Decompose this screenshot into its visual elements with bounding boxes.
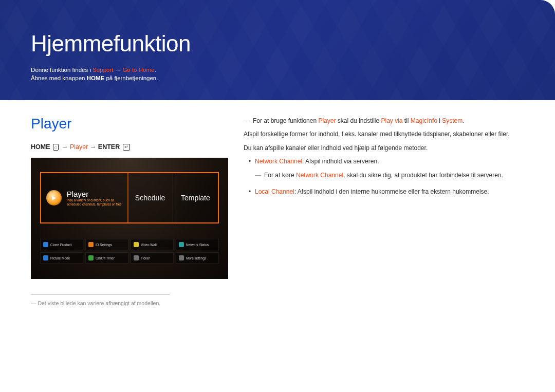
enter-icon: ↵ [123, 144, 130, 151]
header-subline-2: Åbnes med knappen HOME på fjernbetjening… [31, 75, 524, 81]
left-column: Player HOME ⌂ → Player → ENTER ↵ Player … [31, 116, 228, 306]
grid-id-settings: ID Settings [85, 239, 128, 250]
play-icon [46, 190, 62, 206]
top-note: ― For at bruge funktionen Player skal du… [244, 116, 524, 129]
section-title: Player [31, 116, 228, 132]
chapter-header: Hjemmefunktion Denne funktion findes i S… [0, 0, 555, 100]
dash-icon: ― [244, 116, 250, 126]
header-subline-1: Denne funktion findes i Support → Go to … [31, 67, 524, 73]
tv-screenshot: Player Play a variety of content, such a… [31, 158, 228, 279]
method-list-2: Local Channel: Afspil indhold i den inte… [244, 186, 524, 197]
bullet-network-channel: Network Channel: Afspil indhold via serv… [244, 156, 524, 166]
paragraph-2: Du kan afspille kanaler eller indhold ve… [244, 143, 524, 153]
content-area: Player HOME ⌂ → Player → ENTER ↵ Player … [0, 100, 555, 316]
chapter-title: Hjemmefunktion [31, 31, 524, 57]
network-channel-subnote: ― For at køre Network Channel, skal du s… [244, 170, 524, 183]
right-column: ― For at bruge funktionen Player skal du… [244, 116, 524, 306]
paragraph-1: Afspil forskellige former for indhold, f… [244, 129, 524, 139]
svg-marker-0 [52, 196, 57, 200]
tile-template: Template [173, 173, 218, 222]
tile-player: Player Play a variety of content, such a… [40, 172, 128, 223]
image-footnote: ― Det viste billede kan variere afhængig… [31, 294, 170, 306]
tile-schedule: Schedule [127, 173, 173, 222]
tile-player-desc: Play a variety of content, such as sched… [67, 198, 123, 207]
home-icon: ⌂ [53, 144, 59, 151]
grid-onoff-timer: On/Off Timer [85, 252, 128, 264]
grid-video-wall: Video Wall [131, 239, 174, 250]
tile-player-label: Player [67, 190, 123, 198]
bullet-local-channel: Local Channel: Afspil indhold i den inte… [244, 186, 524, 197]
grid-picture-mode: Picture Mode [40, 252, 83, 264]
dash-icon: ― [255, 170, 261, 180]
method-list: Network Channel: Afspil indhold via serv… [244, 156, 524, 166]
tile-row: Player Play a variety of content, such a… [40, 172, 219, 223]
grid-network-status: Network Status [176, 239, 219, 250]
button-grid: Clone Product ID Settings Video Wall Net… [40, 239, 219, 264]
grid-clone-product: Clone Product [40, 239, 83, 250]
menu-path: HOME ⌂ → Player → ENTER ↵ [31, 143, 228, 151]
grid-ticker: Ticker [131, 252, 174, 264]
grid-more-settings: More settings [176, 252, 219, 264]
